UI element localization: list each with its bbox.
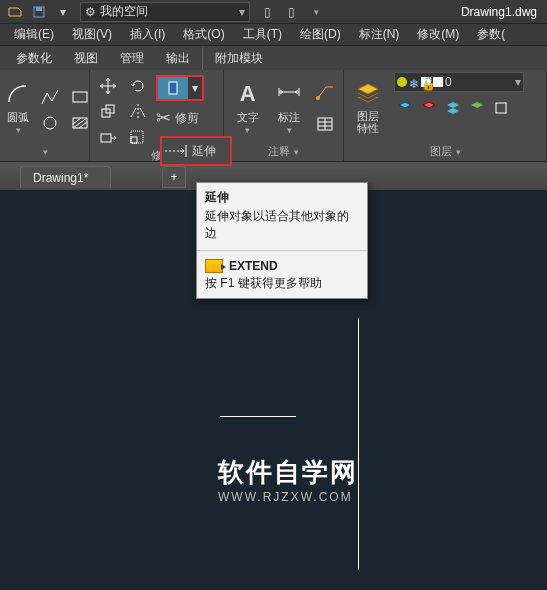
- qat-save-icon[interactable]: [28, 2, 50, 22]
- text-button[interactable]: A 文字 ▾: [228, 73, 268, 143]
- panel-annotate-title[interactable]: 注释: [228, 143, 339, 159]
- svg-rect-10: [169, 82, 177, 94]
- tooltip-command: EXTEND: [229, 259, 278, 273]
- watermark: 软件自学网 WWW.RJZXW.COM: [218, 455, 358, 504]
- menu-insert[interactable]: 插入(I): [122, 24, 173, 45]
- panel-layer-title[interactable]: 图层: [348, 143, 542, 159]
- layer-dropdown[interactable]: ❄ 🔓 0 ▾: [394, 72, 524, 92]
- tab-manage[interactable]: 管理: [110, 47, 154, 70]
- panel-draw-title[interactable]: [4, 143, 85, 159]
- layer-stack-icon: [354, 80, 382, 108]
- trim-split-button[interactable]: ▾: [156, 75, 204, 101]
- drawn-line-horizontal: [220, 416, 296, 417]
- trim-label: 修剪: [175, 110, 199, 127]
- extend-flyout[interactable]: 延伸: [160, 136, 232, 166]
- menu-format[interactable]: 格式(O): [175, 24, 232, 45]
- trim-dropdown-caret[interactable]: ▾: [188, 77, 202, 99]
- layer-tool2-icon[interactable]: [418, 97, 440, 119]
- document-tab[interactable]: Drawing1*: [20, 166, 111, 188]
- extend-label: 延伸: [192, 143, 216, 160]
- svg-point-11: [316, 96, 320, 100]
- scissors-icon[interactable]: ✂: [156, 107, 171, 129]
- extend-icon: [164, 139, 188, 163]
- menu-modify[interactable]: 修改(M): [409, 24, 467, 45]
- workspace-dropdown[interactable]: ⚙ 我的空间 ▾: [80, 2, 250, 22]
- menu-bar: 编辑(E) 视图(V) 插入(I) 格式(O) 工具(T) 绘图(D) 标注(N…: [0, 24, 547, 46]
- svg-rect-13: [496, 103, 506, 113]
- arc-icon: [4, 80, 32, 108]
- tooltip-desc: 延伸对象以适合其他对象的边: [197, 208, 367, 248]
- layer-tool1-icon[interactable]: [394, 97, 416, 119]
- ribbon-tabs: 参数化 视图 管理 输出 附加模块: [0, 46, 547, 70]
- watermark-url: WWW.RJZXW.COM: [218, 490, 358, 504]
- menu-tools[interactable]: 工具(T): [235, 24, 290, 45]
- workspace-label: 我的空间: [100, 3, 239, 20]
- text-icon: A: [234, 80, 262, 108]
- menu-draw[interactable]: 绘图(D): [292, 24, 349, 45]
- copy-icon[interactable]: [94, 98, 122, 126]
- modify-grid: [94, 72, 152, 148]
- layer-color-swatch: [433, 77, 443, 87]
- table-icon[interactable]: [311, 110, 339, 138]
- trim-button-icon[interactable]: [158, 77, 188, 99]
- menu-view[interactable]: 视图(V): [64, 24, 120, 45]
- panel-draw: 圆弧 ▾: [0, 70, 90, 161]
- move-icon[interactable]: [94, 72, 122, 100]
- ribbon: 圆弧 ▾: [0, 70, 547, 162]
- leader-icon[interactable]: [311, 78, 339, 106]
- watermark-title: 软件自学网: [218, 455, 358, 490]
- svg-rect-8: [131, 137, 137, 143]
- tooltip-help: 按 F1 键获得更多帮助: [197, 275, 367, 298]
- layer-lock-icon: 🔓: [421, 77, 431, 87]
- rotate-icon[interactable]: [124, 72, 152, 100]
- svg-rect-1: [36, 7, 42, 11]
- caret-down-icon: ▾: [239, 5, 245, 19]
- modify-col2: ▾ ✂ 修剪: [156, 75, 219, 145]
- gear-icon: ⚙: [85, 5, 96, 19]
- qat-more-icon[interactable]: ▾: [52, 2, 74, 22]
- menu-edit[interactable]: 编辑(E): [6, 24, 62, 45]
- menu-dim[interactable]: 标注(N): [351, 24, 408, 45]
- command-tooltip: 延伸 延伸对象以适合其他对象的边 EXTEND 按 F1 键获得更多帮助: [196, 182, 368, 299]
- tab-addin[interactable]: 附加模块: [202, 47, 273, 70]
- menu-param[interactable]: 参数(: [469, 24, 513, 45]
- svg-rect-2: [73, 92, 87, 102]
- circle-icon[interactable]: [36, 109, 64, 137]
- panel-layer: 图层 特性 ❄ 🔓 0 ▾: [344, 70, 547, 161]
- layer-name: 0: [445, 75, 452, 89]
- qat-open-icon[interactable]: [4, 2, 26, 22]
- svg-rect-7: [101, 134, 111, 142]
- tab-output[interactable]: 输出: [156, 47, 200, 70]
- drawn-line-vertical: [358, 318, 359, 570]
- dimension-button[interactable]: 标注 ▾: [270, 73, 310, 143]
- qat-device1-icon[interactable]: ▯: [256, 2, 278, 22]
- panel-annotate: A 文字 ▾ 标注 ▾ 注释: [224, 70, 344, 161]
- tab-view[interactable]: 视图: [64, 47, 108, 70]
- layer-freeze-icon: ❄: [409, 77, 419, 87]
- arc-button[interactable]: 圆弧 ▾: [4, 73, 32, 143]
- polyline-icon[interactable]: [36, 83, 64, 111]
- layer-properties-button[interactable]: 图层 特性: [348, 72, 388, 142]
- tooltip-title: 延伸: [197, 183, 367, 208]
- qat-overflow-icon[interactable]: [304, 2, 326, 22]
- svg-point-3: [44, 117, 56, 129]
- caret-down-icon: ▾: [16, 125, 21, 135]
- caret-down-icon: ▾: [515, 75, 521, 89]
- tab-param[interactable]: 参数化: [6, 47, 62, 70]
- layer-tool5-icon[interactable]: [490, 97, 512, 119]
- new-tab-button[interactable]: +: [162, 166, 186, 188]
- dimension-icon: [275, 80, 303, 108]
- layer-bulb-icon: [397, 77, 407, 87]
- layer-tool3-icon[interactable]: [442, 97, 464, 119]
- title-bar: ▾ ⚙ 我的空间 ▾ ▯ ▯ Drawing1.dwg: [0, 0, 547, 24]
- mirror-icon[interactable]: [124, 98, 152, 126]
- document-title: Drawing1.dwg: [461, 5, 537, 19]
- extend-cmd-icon: [205, 259, 223, 273]
- layer-tool4-icon[interactable]: [466, 97, 488, 119]
- qat-device2-icon[interactable]: ▯: [280, 2, 302, 22]
